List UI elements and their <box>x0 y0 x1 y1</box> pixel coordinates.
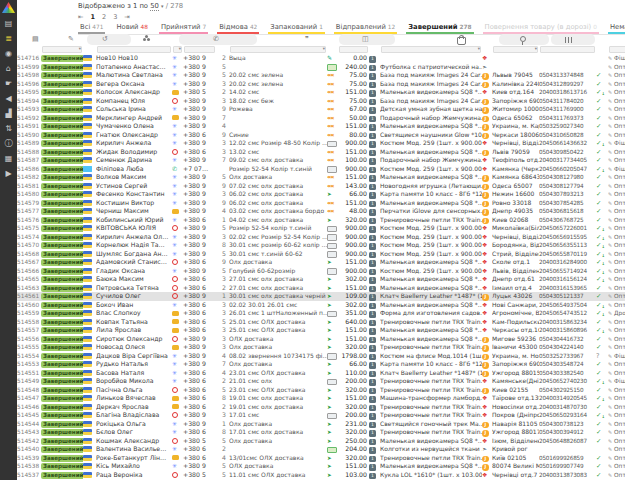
edit-pencil-icon[interactable]: ✎ <box>608 259 612 265</box>
comment-icon[interactable]: ❞ <box>305 35 309 44</box>
order-row[interactable]: 514545ЗавершенийБлагіна Владіслава+380 9… <box>17 411 625 420</box>
order-row[interactable]: 514560ЗавершенийБокоч Иван✳+380 6302.02 … <box>17 301 625 310</box>
edit-pencil-icon[interactable]: ✎ <box>608 149 612 155</box>
edit-pencil-icon[interactable]: ✎ <box>608 429 612 435</box>
order-row[interactable]: 514576ЗавершенийКобилинський Юрий✳+380 6… <box>17 216 625 225</box>
order-row[interactable]: 514598ЗавершенийМалютина Светлана✳+380 9… <box>17 71 625 80</box>
per-page-dropdown[interactable]: 50 <box>150 2 159 11</box>
megaphone-icon[interactable]: ◀ <box>5 94 11 103</box>
first-page-icon[interactable]: ⇤ <box>78 13 83 21</box>
page-number[interactable]: 1 <box>90 13 95 21</box>
edit-pencil-icon[interactable]: ✎ <box>608 293 612 299</box>
edit-pencil-icon[interactable]: ✎ <box>608 455 612 461</box>
order-row[interactable]: 514540ЗавершенийВалентина Василье…✳+380 … <box>17 445 625 454</box>
order-row[interactable]: 514716ЗавершенийНов10 Нов10✳+380 92Выца✎… <box>17 54 625 63</box>
edit-pencil-icon[interactable]: ✎ <box>608 387 612 393</box>
edit-pencil-icon[interactable]: ✎ <box>608 55 612 61</box>
order-row[interactable]: 514561ЗавершенийСучилов Олег+380 9130.01… <box>17 292 625 301</box>
edit-pencil-icon[interactable]: ✎ <box>608 81 612 87</box>
edit-pencil-icon[interactable]: ✎ <box>608 446 612 452</box>
orders-icon[interactable]: ≣ <box>5 34 12 43</box>
edit-pencil-icon[interactable]: ✎ <box>608 472 612 478</box>
order-row[interactable]: 514542ЗавершенийКошмак Александр+380 55О… <box>17 437 625 446</box>
order-row[interactable]: 514590ЗавершенийГнатюк Олександр✳+380 69… <box>17 131 625 140</box>
tab-Всі[interactable]: Всі471 <box>78 22 105 34</box>
column-filter[interactable] <box>230 46 326 53</box>
order-row[interactable]: 514567ЗавершенийАдамовский Станис…+380 6… <box>17 258 625 267</box>
column-filter[interactable] <box>339 46 368 53</box>
app-logo-icon[interactable] <box>2 2 15 13</box>
edit-pencil-icon[interactable]: ✎ <box>608 344 612 350</box>
order-row[interactable]: 514554ЗавершенийДацков Віра Сергіївна✳+3… <box>17 352 625 361</box>
edit-pencil-icon[interactable]: ✎ <box>608 353 612 359</box>
chevron-down-icon[interactable]: ▾ <box>161 3 164 9</box>
order-row[interactable]: 514579ЗавершенийКостишин Виктор✳+380 990… <box>17 199 625 208</box>
order-row[interactable]: 514568ЗавершенийШумляс Богдана Ан…✳+380 … <box>17 250 625 259</box>
order-row[interactable]: 514599ЗавершенийПотапенко Анастас…✳+380 … <box>17 63 625 72</box>
order-row[interactable]: 514555ЗавершенийНовосад Олеся+380 93Олх … <box>17 343 625 352</box>
edit-pencil-icon[interactable]: ✎ <box>608 89 612 95</box>
hand-pointer-icon[interactable]: ☛ <box>5 79 12 88</box>
tab-Повернення товару (в дорозі)[interactable]: Повернення товару (в дорозі)0 <box>483 22 599 34</box>
page-number[interactable]: 2 <box>102 13 106 21</box>
tab-Прийнятий[interactable]: Прийнятий7 <box>159 22 208 34</box>
edit-pencil-icon[interactable]: ✎ <box>608 378 612 384</box>
edit-pencil-icon[interactable]: ✎ <box>608 268 612 274</box>
edit-pencil-icon[interactable]: ✎ <box>608 395 612 401</box>
edit-pencil-icon[interactable]: ✎ <box>608 157 612 163</box>
order-row[interactable]: 514551ЗавершенийБасова Наталя✳+380 6423.… <box>17 369 625 378</box>
page-number[interactable]: 3 <box>113 13 117 21</box>
edit-pencil-icon[interactable]: ✎ <box>608 64 612 70</box>
order-row[interactable]: 514588ЗавершенийЖидак Володимир+380 6313… <box>17 148 625 157</box>
basket-icon[interactable] <box>457 37 466 45</box>
edit-pencil-icon[interactable]: ✎ <box>608 310 612 316</box>
edit-pencil-icon[interactable]: ✎ <box>608 140 612 146</box>
tab-Новий[interactable]: Новий48 <box>114 22 150 34</box>
order-row[interactable]: 514563ЗавершенийПетровська Тетяна+380 62… <box>17 284 625 293</box>
order-row[interactable]: 514592ЗавершенийМерклингер Андрей+380 97… <box>17 114 625 123</box>
edit-pencil-icon[interactable]: ✎ <box>608 327 612 333</box>
order-row[interactable]: 514556ЗавершенийСиротюк Олександр+380 93… <box>17 335 625 344</box>
last-page-icon[interactable]: ⇥ <box>124 13 129 21</box>
order-row[interactable]: 514587ЗавершенийСеменюк Дарина✳+380 9709… <box>17 156 625 165</box>
edit-pencil-icon[interactable]: ✎ <box>608 166 612 172</box>
edit-pencil-icon[interactable]: ✎ <box>608 463 612 469</box>
video-icon[interactable]: ▶ <box>5 169 11 178</box>
tab-Відправлений[interactable]: Відправлений12 <box>334 22 397 34</box>
edit-pencil-icon[interactable]: ✎ <box>608 115 612 121</box>
edit-pencil-icon[interactable]: ✎ <box>608 251 612 257</box>
edit-pencil-icon[interactable]: ✎ <box>608 438 612 444</box>
edit-pencil-icon[interactable]: ✎ <box>608 302 612 308</box>
edit-pencil-icon[interactable]: ✎ <box>608 361 612 367</box>
edit-pencil-icon[interactable]: ✎ <box>608 336 612 342</box>
info-icon[interactable]: ⓘ <box>5 139 13 148</box>
order-row[interactable]: 514539ЗавершенийРоке-Бетанкурт Лін…+380 … <box>17 454 625 463</box>
settings-sliders-icon[interactable]: ⇅ <box>5 124 12 133</box>
edit-pencil-icon[interactable]: ✎ <box>608 225 612 231</box>
package-icon[interactable]: ▦ <box>5 154 13 163</box>
edit-pencil-icon[interactable]: ✎ <box>608 191 612 197</box>
cards-icon[interactable]: ▤ <box>5 19 13 28</box>
tab-Відмова[interactable]: Відмова42 <box>217 22 259 34</box>
edit-pencil-icon[interactable]: ✎ <box>608 72 612 78</box>
edit-pencil-icon[interactable]: ✎ <box>608 183 612 189</box>
order-row[interactable]: 514594ЗавершенийКомпанец Юля+380 9318.02… <box>17 97 625 106</box>
status-list-icon[interactable]: ▤ <box>32 35 39 44</box>
customers-icon[interactable] <box>143 38 146 41</box>
bank-icon[interactable]: ⌂ <box>6 64 11 73</box>
phone-icon[interactable]: ✆ <box>213 35 219 44</box>
order-row[interactable]: 514575ЗавершенийКВІТОВСЬКА ЮЛІЯ+380 95Ро… <box>17 224 625 233</box>
edit-icon[interactable]: ✎ <box>68 35 74 44</box>
order-row[interactable]: 514557ЗавершенийЛила Ярослав+380 6325.01… <box>17 326 625 335</box>
order-row[interactable]: 514566ЗавершенийГладик Оксана✳+380 95Гол… <box>17 267 625 276</box>
column-filter[interactable] <box>540 46 595 53</box>
column-filter[interactable] <box>173 46 182 53</box>
edit-pencil-icon[interactable]: ✎ <box>608 98 612 104</box>
edit-pencil-icon[interactable]: ✎ <box>608 174 612 180</box>
order-row[interactable]: 514548ЗавершенийПасічна Ольга+380 6523.0… <box>17 386 625 395</box>
order-row[interactable]: 514582ЗавершенийВолков Максим✳+380 95Олх… <box>17 173 625 182</box>
tab-Завершений[interactable]: Завершений278 <box>406 22 473 34</box>
edit-pencil-icon[interactable]: ✎ <box>608 319 612 325</box>
column-filter[interactable] <box>493 46 538 53</box>
order-row[interactable]: 514559ЗавершенийВлас Слопкоу+380 6326.01… <box>17 309 625 318</box>
